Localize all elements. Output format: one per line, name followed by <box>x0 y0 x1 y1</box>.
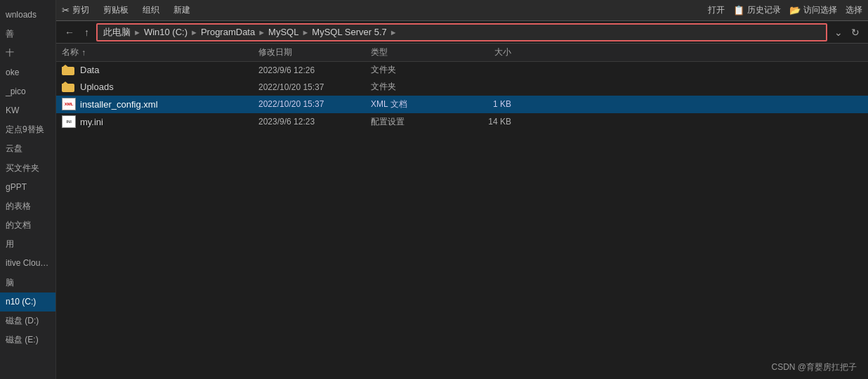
top-toolbar: ✂ 剪切 剪贴板 组织 新建 打开 📋 历史记录 📂 访问选择 选择 <box>56 0 868 21</box>
history-icon: 📋 <box>733 5 744 15</box>
breadcrumb-sep-3: ► <box>258 28 265 37</box>
file-size: 1 KB <box>455 99 511 109</box>
sort-icon: ↑ <box>81 48 86 58</box>
clipboard-label: 剪贴板 <box>103 4 129 16</box>
sidebar-item-10[interactable]: 的表格 <box>0 197 55 216</box>
sidebar-item-1[interactable]: 善 <box>0 25 55 44</box>
file-name: my.ini <box>80 117 258 127</box>
col-type-label: 类型 <box>371 47 388 57</box>
breadcrumb-mysql-server[interactable]: MySQL Server 5.7 <box>312 27 386 37</box>
file-type: 配置设置 <box>371 116 455 128</box>
sidebar-item-4[interactable]: _pico <box>0 82 55 101</box>
file-name: Data <box>80 65 258 75</box>
breadcrumb-thispc[interactable]: 此电脑 <box>103 26 131 39</box>
breadcrumb-mysql[interactable]: MySQL <box>268 27 298 37</box>
toolbar-visit[interactable]: 📂 访问选择 <box>789 4 837 16</box>
table-row[interactable]: Uploads 2022/10/20 15:37 文件夹 <box>56 79 868 96</box>
breadcrumb-sep-2: ► <box>190 28 198 37</box>
breadcrumb-bar[interactable]: 此电脑 ► Win10 (C:) ► ProgramData ► MySQL ►… <box>96 23 827 41</box>
folder-icon <box>62 65 76 76</box>
sidebar-item-11[interactable]: 的文档 <box>0 216 55 235</box>
file-type: XML 文档 <box>371 98 455 110</box>
breadcrumb-sep-4: ► <box>301 28 309 37</box>
folder-icon <box>62 82 76 93</box>
col-name-label: 名称 <box>62 46 79 58</box>
sidebar-item-17[interactable]: 磁盘 (E:) <box>0 330 55 349</box>
sidebar-item-15[interactable]: n10 (C:) <box>0 293 55 311</box>
toolbar-organize-label: 组织 <box>143 4 159 16</box>
cut-icon: ✂ <box>62 5 70 15</box>
new-label: 新建 <box>173 4 190 16</box>
sidebar-quick-access <box>0 0 55 6</box>
file-list: Data 2023/9/6 12:26 文件夹 Uploads 2022/10/… <box>56 62 868 379</box>
sidebar-item-3[interactable]: oke <box>0 63 55 82</box>
sidebar-item-13[interactable]: itive Cloud F <box>0 254 55 273</box>
file-type: 文件夹 <box>371 64 455 76</box>
open-label: 打开 <box>708 4 725 16</box>
up-button[interactable]: ↑ <box>81 25 92 39</box>
main-area: ✂ 剪切 剪贴板 组织 新建 打开 📋 历史记录 📂 访问选择 选择 <box>56 0 868 379</box>
col-header-date[interactable]: 修改日期 <box>258 46 371 58</box>
sidebar-item-9[interactable]: gPPT <box>0 178 55 197</box>
file-date: 2022/10/20 15:37 <box>258 82 371 92</box>
breadcrumb-sep-5: ► <box>390 28 397 37</box>
column-headers: 名称 ↑ 修改日期 类型 大小 <box>56 44 868 62</box>
address-bar: ← ↑ 此电脑 ► Win10 (C:) ► ProgramData ► MyS… <box>56 21 868 44</box>
sidebar-item-0[interactable]: wnloads <box>0 6 55 25</box>
organize-label: 组织 <box>143 4 159 16</box>
table-row[interactable]: Data 2023/9/6 12:26 文件夹 <box>56 62 868 79</box>
sidebar-item-6[interactable]: 定点9替换 <box>0 120 55 139</box>
file-date: 2022/10/20 15:37 <box>258 99 371 109</box>
breadcrumb-sep-1: ► <box>133 28 141 37</box>
col-header-size[interactable]: 大小 <box>455 46 511 58</box>
ini-file-icon: INI <box>62 115 76 128</box>
toolbar-history[interactable]: 📋 历史记录 <box>733 4 781 16</box>
table-row[interactable]: XML installer_config.xml 2022/10/20 15:3… <box>56 96 868 113</box>
toolbar-open-label: 打开 <box>708 4 725 16</box>
table-row[interactable]: INI my.ini 2023/9/6 12:23 配置设置 14 KB <box>56 113 868 131</box>
sidebar: wnloads善十oke_picoKW定点9替换云盘买文件夹gPPT的表格的文档… <box>0 0 56 379</box>
file-size: 14 KB <box>455 117 511 127</box>
sidebar-item-14[interactable]: 脑 <box>0 274 55 293</box>
visit-icon: 📂 <box>789 5 801 15</box>
sidebar-item-7[interactable]: 云盘 <box>0 139 55 158</box>
toolbar-new-label: 新建 <box>173 4 190 16</box>
refresh-icon[interactable]: ↻ <box>848 25 862 39</box>
file-date: 2023/9/6 12:23 <box>258 117 371 127</box>
address-right-icons: ⌄ ↻ <box>831 25 862 39</box>
sidebar-item-16[interactable]: 磁盘 (D:) <box>0 311 55 330</box>
history-label: 历史记录 <box>747 4 781 16</box>
toolbar-select-label: 选择 <box>846 4 862 16</box>
toolbar-clipboard-group-label: 剪贴板 <box>103 4 129 16</box>
toolbar-cut[interactable]: ✂ 剪切 <box>62 4 89 16</box>
file-type: 文件夹 <box>371 81 455 93</box>
breadcrumb-programdata[interactable]: ProgramData <box>201 27 255 37</box>
dropdown-icon[interactable]: ⌄ <box>831 25 846 39</box>
file-name: installer_config.xml <box>80 99 258 110</box>
col-header-type[interactable]: 类型 <box>371 46 455 58</box>
file-date: 2023/9/6 12:26 <box>258 65 371 75</box>
sidebar-item-8[interactable]: 买文件夹 <box>0 159 55 178</box>
back-button[interactable]: ← <box>62 25 77 39</box>
col-header-name[interactable]: 名称 ↑ <box>62 46 258 58</box>
select-label: 选择 <box>846 4 862 16</box>
cut-label: 剪切 <box>72 4 89 16</box>
top-right-icons: 打开 📋 历史记录 📂 访问选择 选择 <box>708 4 862 16</box>
breadcrumb-drive[interactable]: Win10 (C:) <box>144 27 188 37</box>
file-name: Uploads <box>80 82 258 92</box>
sidebar-item-12[interactable]: 用 <box>0 235 55 254</box>
visit-label: 访问选择 <box>803 4 837 16</box>
xml-file-icon: XML <box>62 98 76 110</box>
col-date-label: 修改日期 <box>258 47 292 57</box>
sidebar-item-2[interactable]: 十 <box>0 44 55 63</box>
col-size-label: 大小 <box>494 47 511 57</box>
sidebar-item-5[interactable]: KW <box>0 101 55 120</box>
